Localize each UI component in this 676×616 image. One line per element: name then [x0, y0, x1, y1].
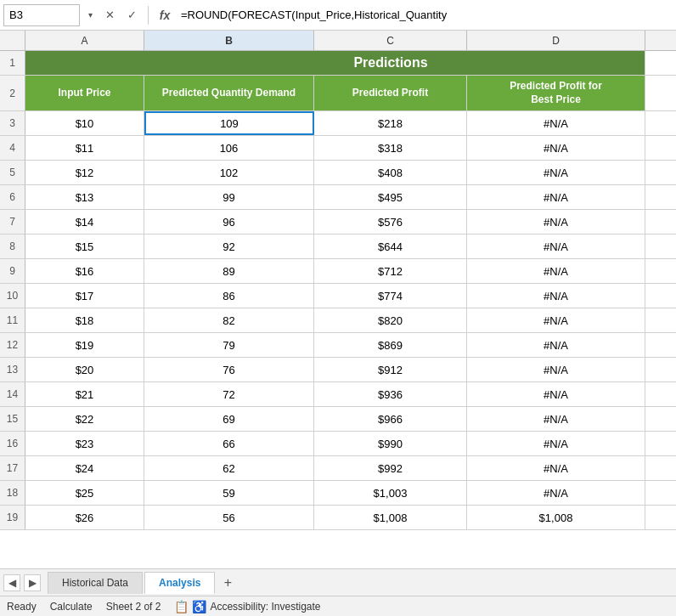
cell-b18[interactable]: 59: [144, 481, 314, 505]
cell-a14[interactable]: $21: [25, 382, 144, 406]
cell-d14[interactable]: #N/A: [467, 382, 645, 406]
predictions-title: Predictions: [353, 55, 427, 71]
cell-d15[interactable]: #N/A: [467, 407, 645, 431]
cell-a3[interactable]: $10: [25, 111, 144, 135]
cell-a4[interactable]: $11: [25, 136, 144, 160]
cell-c9[interactable]: $712: [314, 259, 467, 283]
cell-a6[interactable]: $13: [25, 185, 144, 209]
tab-nav-right[interactable]: ▶: [24, 574, 41, 591]
cell-d5[interactable]: #N/A: [467, 161, 645, 184]
cell-d1[interactable]: [467, 51, 645, 75]
cell-c5[interactable]: $408: [314, 161, 467, 184]
cell-b11[interactable]: 82: [144, 308, 314, 332]
status-calculate: Calculate: [50, 601, 93, 613]
cell-b16[interactable]: 66: [144, 432, 314, 455]
cell-c12[interactable]: $869: [314, 333, 467, 357]
cell-a13[interactable]: $20: [25, 358, 144, 381]
row-5: 5 $12 102 $408 #N/A: [0, 161, 676, 185]
cell-b10[interactable]: 86: [144, 284, 314, 308]
cell-b8[interactable]: 92: [144, 235, 314, 258]
cell-a15[interactable]: $22: [25, 407, 144, 431]
tab-add-button[interactable]: +: [217, 572, 239, 594]
col-header-d[interactable]: D: [467, 31, 645, 50]
cell-c13[interactable]: $912: [314, 358, 467, 381]
cell-c7[interactable]: $576: [314, 210, 467, 234]
row-9: 9 $16 89 $712 #N/A: [0, 259, 676, 284]
fx-icon[interactable]: fx: [155, 6, 174, 25]
cell-b6[interactable]: 99: [144, 185, 314, 209]
cell-c15[interactable]: $966: [314, 407, 467, 431]
cell-b17[interactable]: 62: [144, 456, 314, 480]
cell-c3[interactable]: $218: [314, 111, 467, 135]
cell-b9[interactable]: 89: [144, 259, 314, 283]
cell-b14[interactable]: 72: [144, 382, 314, 406]
row-num-13: 13: [0, 358, 25, 381]
cell-c1[interactable]: Predictions: [314, 51, 467, 75]
formula-cancel-icon[interactable]: ✕: [100, 6, 119, 25]
cell-b4[interactable]: 106: [144, 136, 314, 160]
cell-a9[interactable]: $16: [25, 259, 144, 283]
cell-c6[interactable]: $495: [314, 185, 467, 209]
cell-c8[interactable]: $644: [314, 235, 467, 258]
cell-a7[interactable]: $14: [25, 210, 144, 234]
cell-c4[interactable]: $318: [314, 136, 467, 160]
cell-c2[interactable]: Predicted Profit: [314, 76, 467, 110]
cell-b15[interactable]: 69: [144, 407, 314, 431]
cell-b13[interactable]: 76: [144, 358, 314, 381]
cell-d19[interactable]: $1,008: [467, 506, 645, 529]
cell-c17[interactable]: $992: [314, 456, 467, 480]
cell-c19[interactable]: $1,008: [314, 506, 467, 529]
cell-d10[interactable]: #N/A: [467, 284, 645, 308]
cell-c18[interactable]: $1,003: [314, 481, 467, 505]
cell-c14[interactable]: $936: [314, 382, 467, 406]
cell-b19[interactable]: 56: [144, 506, 314, 529]
row-num-header: [0, 31, 25, 50]
cell-c11[interactable]: $820: [314, 308, 467, 332]
cell-a8[interactable]: $15: [25, 235, 144, 258]
cell-a18[interactable]: $25: [25, 481, 144, 505]
col-header-b[interactable]: B: [144, 31, 314, 50]
cell-a2[interactable]: Input Price: [25, 76, 144, 110]
cell-a16[interactable]: $23: [25, 432, 144, 455]
cell-a11[interactable]: $18: [25, 308, 144, 332]
cell-b2[interactable]: Predicted Quantity Demand: [144, 76, 314, 110]
formula-confirm-icon[interactable]: ✓: [122, 6, 141, 25]
col-header-a[interactable]: A: [25, 31, 144, 50]
formula-input[interactable]: [177, 4, 673, 26]
cell-a5[interactable]: $12: [25, 161, 144, 184]
col-header-c[interactable]: C: [314, 31, 467, 50]
cell-d6[interactable]: #N/A: [467, 185, 645, 209]
cell-b7[interactable]: 96: [144, 210, 314, 234]
cell-a17[interactable]: $24: [25, 456, 144, 480]
cell-d7[interactable]: #N/A: [467, 210, 645, 234]
tab-analysis-label: Analysis: [159, 577, 200, 589]
cell-d3[interactable]: #N/A: [467, 111, 645, 135]
cell-d18[interactable]: #N/A: [467, 481, 645, 505]
cell-ref-dropdown[interactable]: ▾: [83, 10, 97, 20]
cell-c16[interactable]: $990: [314, 432, 467, 455]
cell-reference-box[interactable]: B3: [3, 4, 80, 26]
sheet-tabs-bar: ◀ ▶ Historical Data Analysis +: [0, 568, 676, 596]
cell-b1[interactable]: [144, 51, 314, 75]
cell-d13[interactable]: #N/A: [467, 358, 645, 381]
cell-a1[interactable]: [25, 51, 144, 75]
cell-d2[interactable]: Predicted Profit forBest Price: [467, 76, 645, 110]
cell-b3[interactable]: 109: [144, 111, 314, 135]
cell-d9[interactable]: #N/A: [467, 259, 645, 283]
cell-d17[interactable]: #N/A: [467, 456, 645, 480]
tab-historical-data[interactable]: Historical Data: [48, 572, 143, 594]
cell-a19[interactable]: $26: [25, 506, 144, 529]
cell-b5[interactable]: 102: [144, 161, 314, 184]
tab-analysis[interactable]: Analysis: [144, 572, 215, 594]
cell-a12[interactable]: $19: [25, 333, 144, 357]
cell-d11[interactable]: #N/A: [467, 308, 645, 332]
cell-c10[interactable]: $774: [314, 284, 467, 308]
status-ready: Ready: [7, 601, 37, 613]
cell-b12[interactable]: 79: [144, 333, 314, 357]
cell-d16[interactable]: #N/A: [467, 432, 645, 455]
cell-d4[interactable]: #N/A: [467, 136, 645, 160]
cell-a10[interactable]: $17: [25, 284, 144, 308]
cell-d12[interactable]: #N/A: [467, 333, 645, 357]
tab-nav-left[interactable]: ◀: [3, 574, 20, 591]
cell-d8[interactable]: #N/A: [467, 235, 645, 258]
